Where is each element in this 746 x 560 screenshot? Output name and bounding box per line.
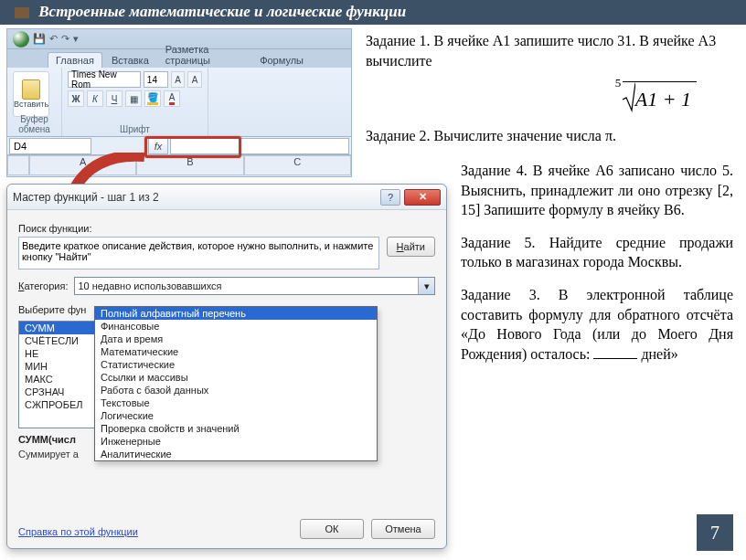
fx-highlight-box xyxy=(144,136,241,158)
shrink-font-icon[interactable]: A xyxy=(187,71,202,88)
title-decor xyxy=(15,7,29,18)
paste-label: Вставить xyxy=(14,100,48,109)
dropdown-option[interactable]: Полный алфавитный перечень xyxy=(95,307,377,320)
ribbon-tabs: Главная Вставка Разметка страницы Формул… xyxy=(7,49,351,68)
underline-icon[interactable]: Ч xyxy=(106,90,123,107)
radicand: A1 + 1 xyxy=(635,88,691,111)
dialog-title: Мастер функций - шаг 1 из 2 xyxy=(13,191,380,204)
qat-dropdown-icon[interactable]: ▾ xyxy=(73,33,79,45)
dropdown-option[interactable]: Финансовые xyxy=(95,320,377,333)
function-wizard-dialog: Мастер функций - шаг 1 из 2 ? ✕ Поиск фу… xyxy=(6,184,447,549)
paste-button[interactable]: Вставить xyxy=(13,71,49,117)
tab-insert[interactable]: Вставка xyxy=(104,53,156,68)
italic-icon[interactable]: К xyxy=(87,90,103,107)
grow-font-icon[interactable]: A xyxy=(171,71,186,88)
math-formula: 5 A1 + 1 xyxy=(366,81,733,113)
search-input[interactable] xyxy=(18,237,379,269)
column-headers: A B C xyxy=(7,155,351,175)
clipboard-group: Вставить Буфер обмена xyxy=(7,68,62,136)
col-a[interactable]: A xyxy=(29,155,136,175)
dropdown-option[interactable]: Математические xyxy=(95,345,377,358)
select-all-corner[interactable] xyxy=(7,155,29,175)
help-link[interactable]: Справка по этой функции xyxy=(18,526,138,537)
tab-formulas[interactable]: Формулы xyxy=(252,53,311,68)
name-box[interactable]: D4 xyxy=(9,138,91,154)
tab-home[interactable]: Главная xyxy=(48,52,102,68)
category-combo[interactable]: 10 недавно использовавшихся ▾ xyxy=(74,277,436,295)
dialog-titlebar: Мастер функций - шаг 1 из 2 ? ✕ xyxy=(7,185,446,210)
paste-icon xyxy=(22,79,40,100)
dropdown-option[interactable]: Текстовые xyxy=(95,396,377,409)
task-3: Задание 3. В электронной таблице состави… xyxy=(461,285,733,364)
tasks-top: Задание 1. В ячейке А1 запишите число 31… xyxy=(366,31,733,156)
excel-ribbon-screenshot: 💾 ↶ ↷ ▾ Главная Вставка Разметка страниц… xyxy=(6,28,352,177)
dropdown-option[interactable]: Проверка свойств и значений xyxy=(95,422,377,435)
font-group: Times New Rom 14 A A Ж К Ч ▦ 🪣 A Шрифт xyxy=(62,68,208,136)
ribbon: Вставить Буфер обмена Times New Rom 14 A… xyxy=(7,68,351,137)
tab-page-layout[interactable]: Разметка страницы xyxy=(158,42,250,68)
dropdown-option[interactable]: Ссылки и массивы xyxy=(95,371,377,384)
bold-icon[interactable]: Ж xyxy=(68,90,84,107)
radical-icon xyxy=(623,81,635,112)
office-orb-icon[interactable] xyxy=(13,31,29,48)
dialog-buttons: ОК Отмена xyxy=(300,519,435,539)
dropdown-option[interactable]: Инженерные xyxy=(95,435,377,448)
cancel-button[interactable]: Отмена xyxy=(371,519,435,539)
category-label: Категория: xyxy=(18,280,69,291)
root-degree: 5 xyxy=(615,75,622,91)
undo-icon[interactable]: ↶ xyxy=(49,33,58,45)
page-number: 7 xyxy=(697,514,733,551)
task-3b: дней» xyxy=(641,346,677,362)
dropdown-option[interactable]: Аналитические xyxy=(95,448,377,460)
border-icon[interactable]: ▦ xyxy=(125,90,142,107)
fill-color-icon[interactable]: 🪣 xyxy=(144,90,161,107)
slide-title-bar: Встроенные математические и логические ф… xyxy=(0,0,746,25)
font-caption: Шрифт xyxy=(62,124,208,134)
task-5: Задание 5. Найдите средние продажи тольк… xyxy=(461,233,733,272)
task-4: Задание 4. В ячейке А6 записано число 5.… xyxy=(461,161,733,220)
dropdown-option[interactable]: Логические xyxy=(95,409,377,422)
redo-icon[interactable]: ↷ xyxy=(61,33,69,45)
dropdown-option[interactable]: Работа с базой данных xyxy=(95,384,377,396)
font-name-combo[interactable]: Times New Rom xyxy=(68,71,141,88)
dropdown-option[interactable]: Дата и время xyxy=(95,333,377,345)
search-row: Найти xyxy=(18,237,435,269)
close-icon[interactable]: ✕ xyxy=(404,189,441,206)
task-1: Задание 1. В ячейке А1 запишите число 31… xyxy=(366,31,733,70)
font-size-combo[interactable]: 14 xyxy=(144,71,168,88)
clipboard-caption: Буфер обмена xyxy=(7,114,61,134)
search-label: Поиск функции: xyxy=(18,223,435,234)
dropdown-option[interactable]: Статистические xyxy=(95,358,377,371)
slide-title: Встроенные математические и логические ф… xyxy=(38,3,406,20)
col-b[interactable]: B xyxy=(136,155,243,175)
chevron-down-icon[interactable]: ▾ xyxy=(418,278,434,294)
font-color-icon[interactable]: A xyxy=(164,90,180,107)
category-dropdown[interactable]: Полный алфавитный перечень Финансовые Да… xyxy=(94,306,378,461)
col-c[interactable]: C xyxy=(244,155,351,175)
save-icon[interactable]: 💾 xyxy=(33,33,46,45)
category-row: Категория: 10 недавно использовавшихся ▾ xyxy=(18,277,435,295)
find-button[interactable]: Найти xyxy=(387,237,435,257)
fill-blank xyxy=(593,346,637,359)
help-icon[interactable]: ? xyxy=(380,189,400,206)
task-2: Задание 2. Вычислите значение числа π. xyxy=(366,126,733,146)
category-value: 10 недавно использовавшихся xyxy=(79,280,222,291)
tasks-bottom: Задание 4. В ячейке А6 записано число 5.… xyxy=(461,161,733,376)
ok-button[interactable]: ОК xyxy=(300,519,364,539)
